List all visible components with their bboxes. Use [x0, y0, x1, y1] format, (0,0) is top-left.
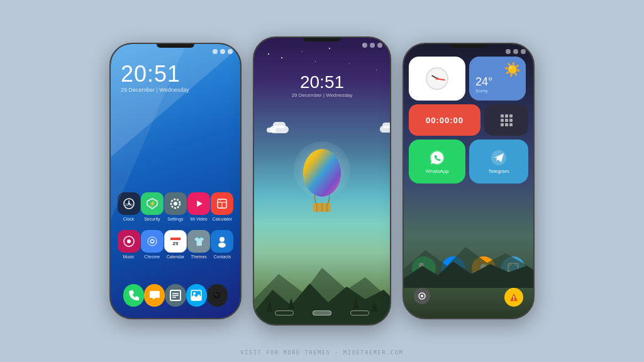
- dock-phone[interactable]: [123, 284, 144, 307]
- app-themes-label: Themes: [191, 255, 207, 259]
- phones-container: 20:51 29 December | Wednesday: [109, 36, 535, 326]
- phone1-time-display: 20:51: [121, 63, 189, 85]
- svg-line-2: [129, 204, 131, 205]
- clock-center-dot: [436, 77, 438, 80]
- timer-display: 00:00:00: [426, 116, 464, 125]
- widget-clock[interactable]: [409, 57, 465, 101]
- svg-point-0: [124, 199, 134, 209]
- phone3-status-bar: [404, 49, 533, 54]
- svg-point-54: [513, 299, 514, 300]
- app-clock[interactable]: 20:51 Clock: [118, 192, 140, 221]
- app-calculator[interactable]: ≡ Calculator: [211, 192, 233, 221]
- fab-camera[interactable]: [414, 288, 430, 304]
- widget-weather[interactable]: ☀️ 24° Sunny: [469, 57, 526, 101]
- fab-action[interactable]: [504, 288, 523, 307]
- phone1-screen: 20:51 29 December | Wednesday: [111, 44, 240, 318]
- app-security[interactable]: ⚡ Security: [141, 192, 164, 221]
- phone-2: 20:51 29 December | Wednesday: [253, 36, 391, 326]
- phone3-background: ☀️ 24° Sunny 00:00:00: [404, 44, 533, 318]
- phone3-fabs: [404, 288, 533, 307]
- phone1-date-display: 29 December | Wednesday: [121, 87, 189, 93]
- widget-row-2: 00:00:00: [409, 104, 528, 136]
- phone1-app-row-2: ♪ Music: [117, 230, 234, 259]
- app-chrome[interactable]: Chrome: [141, 230, 164, 259]
- whatsapp-icon: [428, 149, 446, 167]
- widget-row-1: ☀️ 24° Sunny: [409, 57, 528, 101]
- app-settings-label: Settings: [167, 217, 183, 221]
- svg-text:29: 29: [173, 241, 179, 246]
- app-settings[interactable]: Settings: [164, 192, 187, 221]
- nav-back[interactable]: [275, 310, 294, 315]
- phone3-screen: ☀️ 24° Sunny 00:00:00: [404, 44, 533, 318]
- app-security-label: Security: [144, 217, 160, 221]
- widget-calculator[interactable]: [484, 104, 528, 136]
- app-contacts-label: Contacts: [214, 255, 231, 259]
- app-mivideo[interactable]: Mi Video: [187, 192, 210, 221]
- app-calculator-label: Calculator: [213, 217, 233, 221]
- phone2-screen: 20:51 29 December | Wednesday: [254, 38, 390, 324]
- svg-text:⚡: ⚡: [148, 200, 156, 207]
- dock-messages[interactable]: [144, 284, 165, 307]
- svg-point-19: [151, 240, 153, 243]
- phone-3: ☀️ 24° Sunny 00:00:00: [402, 43, 535, 319]
- phone2-time-display: 20:51: [292, 72, 353, 92]
- telegram-label: Telegram: [489, 168, 509, 174]
- svg-point-26: [218, 243, 226, 248]
- app-calendar[interactable]: 29 Calendar: [164, 230, 187, 259]
- phone2-status-bar: [254, 43, 390, 48]
- svg-text:👕: 👕: [194, 236, 205, 247]
- svg-marker-9: [197, 200, 203, 207]
- svg-text:♪: ♪: [128, 239, 130, 244]
- app-contacts[interactable]: Contacts: [211, 230, 233, 259]
- clock-face: [426, 67, 448, 90]
- svg-line-39: [328, 195, 330, 204]
- whatsapp-label: WhatsApp: [426, 168, 449, 174]
- app-clock-label: Clock: [123, 217, 135, 221]
- nav-recent[interactable]: [350, 310, 369, 315]
- phone1-status-bar: [111, 49, 240, 54]
- svg-point-52: [421, 295, 423, 297]
- phone1-clock: 20:51 29 December | Wednesday: [121, 63, 189, 93]
- phone1-app-row-1: 20:51 Clock ⚡: [117, 192, 234, 221]
- svg-text:20:51: 20:51: [125, 203, 133, 207]
- svg-point-7: [174, 202, 177, 206]
- app-music[interactable]: ♪ Music: [118, 230, 140, 259]
- phone3-widgets: ☀️ 24° Sunny 00:00:00: [409, 57, 528, 187]
- phone2-date-display: 29 December | Wednesday: [292, 92, 353, 98]
- svg-point-25: [219, 237, 225, 242]
- dock-files[interactable]: [165, 284, 186, 307]
- phone2-clock: 20:51 29 December | Wednesday: [292, 72, 353, 98]
- dock-camera[interactable]: [207, 284, 228, 307]
- phone2-nav: [275, 310, 369, 315]
- dock-gallery[interactable]: [186, 284, 207, 307]
- app-calendar-label: Calendar: [167, 255, 184, 259]
- app-mivideo-label: Mi Video: [191, 217, 208, 221]
- watermark: VISIT FOR MORE THEMES - MIUETHEMER.COM: [240, 350, 403, 356]
- svg-line-38: [314, 195, 316, 204]
- widget-row-3: WhatsApp Telegram: [409, 140, 528, 184]
- phone1-background: 20:51 29 December | Wednesday: [111, 44, 240, 318]
- nav-home[interactable]: [313, 310, 331, 315]
- widget-timer[interactable]: 00:00:00: [409, 104, 480, 136]
- phone1-dock: [111, 284, 240, 307]
- sun-icon: ☀️: [504, 62, 521, 78]
- app-themes[interactable]: 👕 Themes: [187, 230, 210, 259]
- phone-1: 20:51 29 December | Wednesday: [109, 43, 242, 319]
- telegram-icon: [490, 149, 508, 167]
- svg-point-32: [193, 292, 196, 295]
- svg-point-36: [215, 293, 216, 295]
- phone3-mountains: [404, 238, 533, 288]
- app-chrome-label: Chrome: [144, 255, 160, 259]
- calc-grid: [501, 114, 513, 126]
- svg-point-3: [128, 203, 130, 205]
- svg-point-8: [171, 199, 180, 208]
- phone1-app-grid: 20:51 Clock ⚡: [111, 192, 240, 268]
- balloon: [297, 145, 347, 216]
- phone2-background: 20:51 29 December | Wednesday: [254, 38, 390, 324]
- svg-marker-5: [147, 199, 157, 209]
- widget-telegram[interactable]: Telegram: [469, 140, 528, 184]
- widget-whatsapp[interactable]: WhatsApp: [409, 140, 465, 184]
- app-music-label: Music: [123, 255, 134, 259]
